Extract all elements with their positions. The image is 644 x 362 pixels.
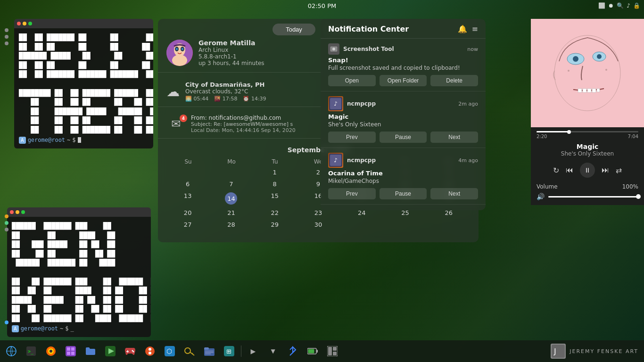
taskbar-layout[interactable] bbox=[323, 342, 342, 361]
notif-music1-header: ♪ ncmpcpp 2m ago bbox=[328, 96, 478, 111]
calendar-today[interactable]: 14 bbox=[225, 192, 237, 205]
volume-track[interactable] bbox=[548, 196, 638, 197]
taskbar-app8[interactable] bbox=[140, 342, 159, 361]
music2-next-btn[interactable]: Next bbox=[430, 188, 478, 199]
svg-rect-37 bbox=[67, 347, 70, 351]
cursor1 bbox=[78, 137, 81, 143]
taskbar-firefox[interactable] bbox=[41, 342, 60, 361]
taskbar-app9[interactable]: ⬡ bbox=[160, 342, 179, 361]
workspace-dot-green[interactable] bbox=[5, 221, 8, 225]
weather-city: City of Dasmariñas, PH bbox=[185, 81, 266, 88]
volume-label-row: Volume 100% bbox=[537, 183, 638, 190]
workspace-dot-inactive[interactable] bbox=[5, 228, 8, 231]
prev-button[interactable]: ⏮ bbox=[566, 166, 573, 174]
close-dot[interactable] bbox=[17, 22, 21, 25]
taskbar-arrow[interactable]: ▶ bbox=[244, 342, 263, 361]
workspace-dot-blue[interactable] bbox=[5, 321, 8, 324]
next-button[interactable]: ⏭ bbox=[602, 166, 609, 174]
music2-prev-btn[interactable]: Prev bbox=[328, 188, 376, 199]
taskbar-files[interactable] bbox=[81, 342, 100, 361]
lock-icon[interactable]: 🔒 bbox=[633, 2, 640, 9]
user-name: Gerome Matilla bbox=[198, 39, 264, 47]
search-icon[interactable]: 🔍 bbox=[617, 2, 624, 9]
notif-screenshot-header: Screenshot Tool now bbox=[328, 43, 478, 55]
terminal2-body: ██████ ███████ ███ ██ ██ ██ ████ ██ ██ █… bbox=[7, 217, 151, 337]
volume-knob[interactable] bbox=[636, 194, 641, 199]
taskbar-app12[interactable]: ⊞ bbox=[220, 342, 239, 361]
music2-pause-btn[interactable]: Pause bbox=[380, 188, 427, 199]
tab-today[interactable]: Today bbox=[272, 24, 315, 35]
taskbar-terminal[interactable]: >_ bbox=[22, 342, 41, 361]
total-time: 7:04 bbox=[628, 134, 638, 139]
notif-music2-header: ♪ ncmpcpp 4m ago bbox=[328, 153, 478, 168]
workspace-dot-active[interactable] bbox=[5, 214, 8, 218]
repeat-button[interactable]: ↻ bbox=[553, 166, 559, 175]
screenshot-msg-title: Snap! bbox=[328, 57, 478, 64]
record-icon[interactable]: ⏺ bbox=[608, 2, 614, 9]
screenshot-open-btn[interactable]: Open bbox=[328, 75, 376, 86]
svg-point-9 bbox=[332, 48, 335, 50]
screenshot-msg-body: Full screenshot saved and copied to clip… bbox=[328, 65, 478, 71]
taskbar-sep1 bbox=[241, 346, 241, 357]
screenshot-folder-btn[interactable]: Open Folder bbox=[380, 75, 427, 86]
minimize-dot2[interactable] bbox=[16, 210, 19, 214]
music1-pause-btn[interactable]: Pause bbox=[380, 132, 427, 143]
screenshot-delete-btn[interactable]: Delete bbox=[430, 75, 478, 86]
taskbar-app4[interactable] bbox=[61, 342, 80, 361]
taskbar-keys[interactable] bbox=[180, 342, 199, 361]
pause-button[interactable]: ⏸ bbox=[580, 163, 595, 178]
music-progress-bar[interactable] bbox=[537, 131, 638, 132]
current-time: 2:20 bbox=[537, 134, 547, 139]
maximize-dot[interactable] bbox=[28, 22, 32, 25]
branding-text: JEREMY FENSKE ART bbox=[570, 348, 638, 354]
screenshot-icon[interactable]: ⬜ bbox=[598, 2, 605, 9]
volume-bar: 🔊 bbox=[537, 193, 638, 200]
music1-prev-btn[interactable]: Prev bbox=[328, 132, 376, 143]
taskbar-bluetooth[interactable] bbox=[283, 342, 302, 361]
svg-rect-38 bbox=[71, 347, 74, 351]
taskbar-filemanager[interactable] bbox=[200, 342, 219, 361]
svg-rect-63 bbox=[308, 349, 314, 354]
kenobi-text: ██████ ███████ ███ ██ ██ ██ ████ ██ ██ █… bbox=[12, 222, 146, 323]
email-subject: Subject: Re: [awesomeWM/awesome] s bbox=[191, 121, 296, 127]
svg-rect-56 bbox=[204, 347, 209, 350]
progress-dot bbox=[567, 130, 571, 134]
notif-header-icons: 🔔 ≡ bbox=[458, 25, 478, 33]
workspace-dot-3[interactable] bbox=[5, 41, 8, 45]
workspace-dot-2[interactable] bbox=[5, 35, 8, 39]
svg-text:⬡: ⬡ bbox=[166, 347, 172, 355]
taskbar-browser[interactable] bbox=[2, 342, 21, 361]
volume-icon[interactable]: 🔊 bbox=[537, 193, 545, 200]
svg-point-2 bbox=[172, 55, 187, 66]
email-icon: ✉ bbox=[171, 117, 181, 131]
menu-icon[interactable]: ≡ bbox=[472, 25, 478, 33]
email-icon-wrap: ✉ 4 bbox=[166, 116, 185, 132]
sunrise-icon: 🌅 05:44 bbox=[185, 96, 208, 102]
workspace-dots[interactable] bbox=[5, 28, 8, 45]
maximize-dot2[interactable] bbox=[21, 210, 25, 214]
workspace-dots2[interactable] bbox=[5, 214, 8, 231]
prompt-user1: gerome@root bbox=[28, 137, 65, 143]
prompt-user2: gerome@root bbox=[21, 325, 58, 332]
workspace-dot-1[interactable] bbox=[5, 28, 8, 32]
music-icon[interactable]: ♪ bbox=[627, 2, 630, 9]
svg-text:⊞: ⊞ bbox=[226, 348, 231, 355]
sunset-icon: 🌇 17:58 bbox=[214, 96, 237, 102]
taskbar-gamepad[interactable] bbox=[121, 342, 140, 361]
close-dot2[interactable] bbox=[10, 210, 14, 214]
taskbar-dropdown[interactable]: ▼ bbox=[264, 342, 282, 361]
minimize-dot[interactable] bbox=[23, 22, 26, 25]
svg-point-52 bbox=[185, 348, 190, 354]
taskbar-media[interactable] bbox=[101, 342, 120, 361]
song-title: Magic bbox=[537, 143, 638, 150]
bell-icon[interactable]: 🔔 bbox=[458, 25, 467, 33]
terminal-hello: ██ ██ ███████ ██ ██ ██████ ██ ██ ██ ██ █… bbox=[14, 19, 153, 148]
svg-rect-59 bbox=[205, 354, 211, 354]
user-uptime: up 3 hours, 44 minutes bbox=[198, 60, 264, 66]
shuffle-button[interactable]: ⇄ bbox=[616, 166, 622, 175]
music1-next-btn[interactable]: Next bbox=[430, 132, 478, 143]
screenshot-actions: Open Open Folder Delete bbox=[328, 75, 478, 86]
music2-msg-body: Mikel/GameChops bbox=[328, 178, 478, 184]
taskbar-battery[interactable] bbox=[303, 342, 322, 361]
terminal-kenobi: ██████ ███████ ███ ██ ██ ██ ████ ██ ██ █… bbox=[7, 207, 151, 337]
